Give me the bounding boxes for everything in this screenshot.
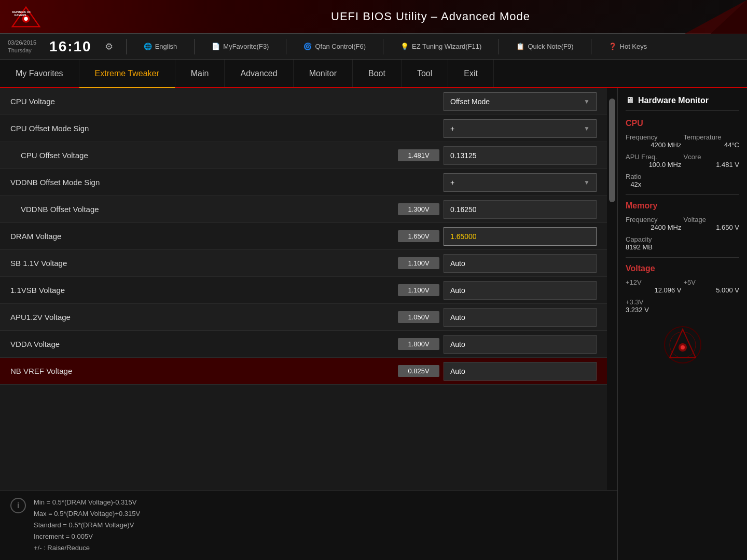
capacity-value: 8192 MB bbox=[626, 243, 653, 251]
mem-volt-value: 1.650 V bbox=[684, 223, 740, 231]
setting-value-nb-vref-voltage[interactable]: Auto bbox=[444, 362, 597, 381]
mem-volt-label: Voltage bbox=[684, 216, 740, 223]
capacity-label: Capacity bbox=[626, 235, 653, 243]
setting-value-cpu-offset-voltage[interactable]: 0.13125 bbox=[444, 146, 597, 165]
clock-display: 16:10 bbox=[49, 38, 92, 55]
setting-label-vddnb-offset-voltage: VDDNB Offset Voltage bbox=[10, 205, 398, 214]
cpu-apu-row: APU Freq. 100.0 MHz Vcore 1.481 V bbox=[626, 153, 739, 169]
setting-row-11vsb-voltage[interactable]: 1.1VSB Voltage1.100VAuto bbox=[0, 277, 607, 304]
tab-favorites[interactable]: My Favorites bbox=[0, 60, 79, 87]
date-text: 03/26/2015 bbox=[8, 39, 36, 46]
setting-row-dram-voltage[interactable]: DRAM Voltage1.650V1.65000 bbox=[0, 223, 607, 250]
mem-freq-value: 2400 MHz bbox=[626, 223, 682, 231]
setting-dropdown-cpu-voltage[interactable]: Offset Mode▼ bbox=[444, 92, 597, 111]
setting-row-sb-11v-voltage[interactable]: SB 1.1V Voltage1.100VAuto bbox=[0, 250, 607, 277]
fan-icon: 🌀 bbox=[303, 43, 312, 50]
setting-value-11vsb-voltage[interactable]: Auto bbox=[444, 281, 597, 300]
myfavorite-label: MyFavorite(F3) bbox=[223, 43, 269, 50]
setting-current-nb-vref-voltage: 0.825V bbox=[398, 365, 439, 377]
toolbar-sep-1 bbox=[126, 39, 127, 54]
toolbar-eztuning[interactable]: 💡 EZ Tuning Wizard(F11) bbox=[396, 40, 486, 52]
logo-area: REPUBLIC OF GAMERS bbox=[10, 5, 125, 29]
ratio-value: 42x bbox=[626, 180, 641, 188]
toolbar-sep-5 bbox=[499, 39, 499, 54]
main-layout: CPU VoltageOffset Mode▼CPU Offset Mode S… bbox=[0, 88, 747, 560]
sidebar-title-text: Hardware Monitor bbox=[638, 96, 709, 105]
tab-tool[interactable]: Tool bbox=[402, 60, 448, 87]
info-icon: i bbox=[10, 498, 26, 513]
apu-freq-label: APU Freq. bbox=[626, 153, 682, 161]
tab-monitor[interactable]: Monitor bbox=[294, 60, 353, 87]
toolbar-sep-2 bbox=[194, 39, 195, 54]
tab-exit[interactable]: Exit bbox=[448, 60, 494, 87]
header: REPUBLIC OF GAMERS UEFI BIOS Utility – A… bbox=[0, 0, 747, 34]
setting-current-sb-11v-voltage: 1.100V bbox=[398, 257, 439, 269]
toolbar-hotkeys[interactable]: ❓ Hot Keys bbox=[604, 40, 652, 52]
cpu-freq-row: Frequency 4200 MHz Temperature 44°C bbox=[626, 133, 739, 149]
v33-label: +3.3V bbox=[626, 298, 649, 306]
setting-row-apu12v-voltage[interactable]: APU1.2V Voltage1.050VAuto bbox=[0, 304, 607, 331]
toolbar-qfan[interactable]: 🌀 Qfan Control(F6) bbox=[299, 40, 370, 52]
quicknote-label: Quick Note(F9) bbox=[528, 43, 573, 50]
setting-current-apu12v-voltage: 1.050V bbox=[398, 311, 439, 323]
nav-tabs: My Favorites Extreme Tweaker Main Advanc… bbox=[0, 60, 747, 88]
header-title: UEFI BIOS Utility – Advanced Mode bbox=[125, 10, 737, 23]
setting-row-cpu-offset-voltage[interactable]: CPU Offset Voltage1.481V0.13125 bbox=[0, 142, 607, 169]
setting-value-apu12v-voltage[interactable]: Auto bbox=[444, 308, 597, 327]
setting-row-cpu-offset-mode-sign[interactable]: CPU Offset Mode Sign+▼ bbox=[0, 115, 607, 142]
tab-boot-label: Boot bbox=[368, 69, 385, 78]
rog-decoration bbox=[626, 324, 739, 366]
setting-value-dram-voltage[interactable]: 1.65000 bbox=[444, 227, 597, 246]
voltage-section-title: Voltage bbox=[626, 264, 739, 273]
apu-freq-value: 100.0 MHz bbox=[626, 161, 682, 169]
setting-value-sb-11v-voltage[interactable]: Auto bbox=[444, 254, 597, 273]
setting-label-cpu-offset-voltage: CPU Offset Voltage bbox=[10, 151, 398, 160]
sidebar-title: 🖥 Hardware Monitor bbox=[626, 96, 739, 111]
svg-text:REPUBLIC OF: REPUBLIC OF bbox=[12, 10, 31, 13]
setting-row-vddnb-offset-mode-sign[interactable]: VDDNB Offset Mode Sign+▼ bbox=[0, 169, 607, 196]
svg-point-3 bbox=[24, 17, 28, 21]
info-area: i Min = 0.5*(DRAM Voltage)-0.315VMax = 0… bbox=[0, 490, 617, 560]
tab-advanced-label: Advanced bbox=[240, 69, 277, 78]
setting-row-vdda-voltage[interactable]: VDDA Voltage1.800VAuto bbox=[0, 331, 607, 358]
language-label: English bbox=[155, 43, 177, 50]
scrollbar[interactable] bbox=[607, 88, 617, 490]
setting-value-vdda-voltage[interactable]: Auto bbox=[444, 335, 597, 354]
vcore-label: Vcore bbox=[684, 153, 740, 161]
mem-capacity-row: Capacity 8192 MB bbox=[626, 235, 739, 251]
setting-current-cpu-offset-voltage: 1.481V bbox=[398, 149, 439, 161]
vcore-value: 1.481 V bbox=[684, 161, 740, 169]
tab-boot[interactable]: Boot bbox=[353, 60, 402, 87]
toolbar-quicknote[interactable]: 📋 Quick Note(F9) bbox=[512, 40, 577, 52]
tab-advanced[interactable]: Advanced bbox=[225, 60, 293, 87]
tab-extreme-tweaker[interactable]: Extreme Tweaker bbox=[79, 60, 175, 88]
toolbar-sep-6 bbox=[591, 39, 591, 54]
setting-label-dram-voltage: DRAM Voltage bbox=[10, 232, 398, 241]
setting-row-nb-vref-voltage[interactable]: NB VREF Voltage0.825VAuto bbox=[0, 358, 607, 385]
favorite-icon: 📄 bbox=[212, 43, 220, 50]
info-line: Increment = 0.005V bbox=[34, 531, 140, 542]
setting-row-vddnb-offset-voltage[interactable]: VDDNB Offset Voltage1.300V0.16250 bbox=[0, 196, 607, 223]
info-line: +/- : Raise/Reduce bbox=[34, 542, 140, 554]
toolbar-language[interactable]: 🌐 English bbox=[140, 40, 182, 52]
settings-gear-icon[interactable]: ⚙ bbox=[105, 41, 113, 52]
tab-main[interactable]: Main bbox=[175, 60, 225, 87]
setting-value-vddnb-offset-voltage[interactable]: 0.16250 bbox=[444, 200, 597, 219]
setting-current-vddnb-offset-voltage: 1.300V bbox=[398, 203, 439, 215]
setting-current-vdda-voltage: 1.800V bbox=[398, 338, 439, 350]
eztuning-label: EZ Tuning Wizard(F11) bbox=[412, 43, 481, 50]
mem-freq-label: Frequency bbox=[626, 216, 682, 223]
cpu-temp-value: 44°C bbox=[684, 141, 740, 149]
toolbar-myfavorite[interactable]: 📄 MyFavorite(F3) bbox=[208, 40, 273, 52]
v12-row: +12V 12.096 V +5V 5.000 V bbox=[626, 278, 739, 294]
tab-favorites-label: My Favorites bbox=[16, 69, 63, 78]
setting-label-cpu-voltage: CPU Voltage bbox=[10, 97, 444, 106]
info-line: Standard = 0.5*(DRAM Voltage)V bbox=[34, 520, 140, 531]
svg-point-12 bbox=[681, 345, 685, 349]
setting-dropdown-cpu-offset-mode-sign[interactable]: +▼ bbox=[444, 119, 597, 138]
tab-exit-label: Exit bbox=[464, 69, 478, 78]
setting-dropdown-vddnb-offset-mode-sign[interactable]: +▼ bbox=[444, 173, 597, 192]
setting-row-cpu-voltage[interactable]: CPU VoltageOffset Mode▼ bbox=[0, 88, 607, 115]
setting-label-cpu-offset-mode-sign: CPU Offset Mode Sign bbox=[10, 124, 444, 133]
scrollbar-thumb[interactable] bbox=[609, 99, 615, 202]
